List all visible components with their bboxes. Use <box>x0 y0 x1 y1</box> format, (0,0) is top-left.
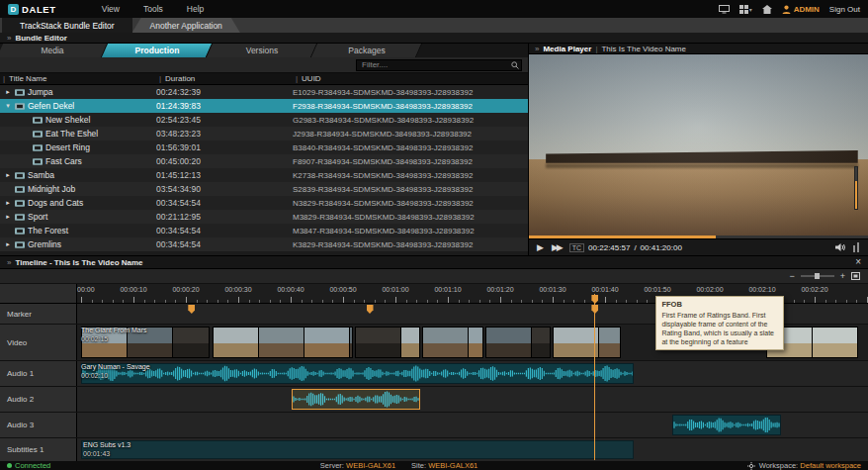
menu-tools[interactable]: Tools <box>131 4 175 14</box>
track-audio1-body[interactable]: Gary Numan - Savage 00:02:10 <box>77 361 868 386</box>
ruler-tick <box>448 297 449 303</box>
user-badge[interactable]: ADMIN <box>782 5 820 14</box>
zoom-slider[interactable] <box>801 275 834 277</box>
fit-to-window-icon[interactable] <box>851 272 860 280</box>
zoom-slider-handle[interactable] <box>815 273 820 279</box>
home-icon[interactable] <box>762 5 772 14</box>
marker-tooltip-title: FFOB <box>661 300 778 310</box>
apps-menu-icon[interactable]: ▾ <box>739 5 752 14</box>
total-timecode: 00:41:20:00 <box>641 243 682 252</box>
column-uuid[interactable]: UUID <box>293 74 528 83</box>
clip-icon <box>15 185 25 194</box>
video-thumbnail <box>532 328 551 357</box>
workspace-link[interactable]: Default workspace <box>800 461 861 470</box>
ruler-tick <box>573 300 574 303</box>
tab-packages[interactable]: Packages <box>314 44 419 57</box>
video-clip[interactable] <box>81 327 210 358</box>
video-clip[interactable] <box>422 327 483 358</box>
track-audio3-body[interactable] <box>77 413 868 437</box>
timeline-marker-icon[interactable] <box>367 305 374 314</box>
table-row[interactable]: ▸Sport00:21:12:95M3829-R384934-SDMSKMD-3… <box>0 210 528 224</box>
expander-icon[interactable]: ▸ <box>4 171 12 179</box>
table-row[interactable]: ▾Gefen Dekel01:24:39:83F2938-R384934-SDM… <box>0 99 528 113</box>
zoom-out-icon[interactable]: − <box>789 272 794 281</box>
server-link[interactable]: WEBI-GALX61 <box>346 461 395 470</box>
seek-bar[interactable] <box>529 235 868 238</box>
track-audio-2: Audio 2 <box>0 387 868 413</box>
video-viewport[interactable] <box>529 54 868 235</box>
column-title-name[interactable]: Title Name <box>0 74 156 83</box>
column-duration[interactable]: Duration <box>156 74 293 83</box>
volume-slider[interactable] <box>854 166 858 210</box>
table-row[interactable]: Desert Ring01:56:39:01B3840-R384934-SDMS… <box>0 141 528 154</box>
audio-clip[interactable] <box>81 363 634 384</box>
track-label-video[interactable]: Video <box>0 325 77 360</box>
track-label-audio-3[interactable]: Audio 3 <box>0 413 77 437</box>
expander-icon[interactable]: ▸ <box>4 88 12 96</box>
expander-icon[interactable]: ▸ <box>4 199 12 207</box>
video-clip[interactable] <box>553 327 621 358</box>
bundle-tab-bar: Media Production Versions Packages <box>0 44 528 57</box>
monitor-icon[interactable] <box>719 5 730 14</box>
title-cell: ▸Dogs and Cats <box>0 198 156 208</box>
expander-icon[interactable]: ▸ <box>4 240 12 248</box>
filter-input[interactable] <box>356 59 522 71</box>
close-icon[interactable]: × <box>855 257 861 267</box>
video-clip[interactable] <box>485 327 551 358</box>
tab-trackstack-bundle-editor[interactable]: TrackStack Bundle Editor <box>2 18 132 33</box>
site-link[interactable]: WEBI-GALX61 <box>428 461 477 470</box>
speaker-icon[interactable] <box>835 242 848 252</box>
ruler-tick <box>804 300 805 303</box>
settings-icon[interactable] <box>747 462 755 470</box>
workspace-status: Workspace: Default workspace <box>759 461 861 470</box>
table-row[interactable]: Midnight Job03:54:34:90S2839-R384934-SDM… <box>0 182 528 196</box>
table-row[interactable]: ▸Gremlins00:34:54:54K3829-R384934-SDMSKM… <box>0 237 528 251</box>
audio-clip[interactable] <box>292 389 420 410</box>
site-status: Site: WEBI-GALX61 <box>411 461 477 470</box>
ruler-tick <box>332 300 333 303</box>
duration-cell: 00:34:54:54 <box>156 226 293 235</box>
subtitle-clip[interactable] <box>81 440 634 459</box>
timeline-marker-icon[interactable] <box>188 305 195 314</box>
table-row[interactable]: Eat The Eshel03:48:23:23J2938-R384934-SD… <box>0 127 528 141</box>
table-row[interactable]: Fast Cars00:45:00:20F8907-R384934-SDMSKM… <box>0 154 528 168</box>
search-icon[interactable] <box>511 61 519 69</box>
title-text: Fast Cars <box>45 156 82 166</box>
track-audio-1: Audio 1 Gary Numan - Savage 00:02:10 <box>0 361 868 387</box>
track-label-audio-2[interactable]: Audio 2 <box>0 387 77 412</box>
video-thumbnail <box>173 328 210 357</box>
fast-forward-button[interactable]: ▶▶ <box>552 243 562 252</box>
ruler-tick <box>406 300 407 303</box>
video-clip[interactable] <box>213 327 353 358</box>
sign-out-button[interactable]: Sign Out <box>829 5 860 14</box>
expander-icon[interactable]: ▸ <box>4 213 12 221</box>
expander-icon[interactable]: ▾ <box>4 102 12 110</box>
table-row[interactable]: ▸Jumpa00:24:32:39E1029-R384934-SDMSKMD-3… <box>0 85 528 99</box>
track-subtitles-body[interactable]: ENG Subs v1.3 00:01:43 <box>77 438 868 461</box>
tab-media[interactable]: Media <box>0 44 105 57</box>
menu-help[interactable]: Help <box>175 4 216 14</box>
audio-waveform <box>293 390 419 409</box>
playhead-line[interactable] <box>594 294 595 460</box>
table-row[interactable]: New Shekel02:54:23:45G2983-R384934-SDMSK… <box>0 113 528 127</box>
ruler-tick <box>227 300 228 303</box>
title-cell: ▸Sport <box>0 212 156 222</box>
tab-versions[interactable]: Versions <box>210 44 314 57</box>
table-row[interactable]: The Forest00:34:54:54M3847-R384934-SDMSK… <box>0 224 528 237</box>
track-audio2-body[interactable] <box>77 387 868 412</box>
tab-production[interactable]: Production <box>105 44 210 57</box>
tab-another-application[interactable]: Another Application <box>132 18 240 33</box>
video-clip[interactable] <box>355 327 420 358</box>
play-button[interactable]: ▶ <box>537 243 544 252</box>
track-label-audio-1[interactable]: Audio 1 <box>0 361 77 386</box>
timeline-header: » Timeline - This Is The Video Name × <box>0 256 868 269</box>
menu-view[interactable]: View <box>90 4 131 14</box>
table-row[interactable]: ▸Samba01:45:12:13K2738-R384934-SDMSKMD-3… <box>0 168 528 182</box>
audio-clip[interactable] <box>672 415 781 435</box>
table-row[interactable]: ▸Dogs and Cats00:34:54:54N3829-R384934-S… <box>0 196 528 210</box>
zoom-in-icon[interactable]: + <box>840 272 845 281</box>
track-label-subtitles-1[interactable]: Subtitles 1 <box>0 438 77 461</box>
title-cell: ▸Gremlins <box>0 239 156 249</box>
track-label-marker[interactable]: Marker <box>0 304 77 324</box>
title-cell: Eat The Eshel <box>0 129 156 139</box>
